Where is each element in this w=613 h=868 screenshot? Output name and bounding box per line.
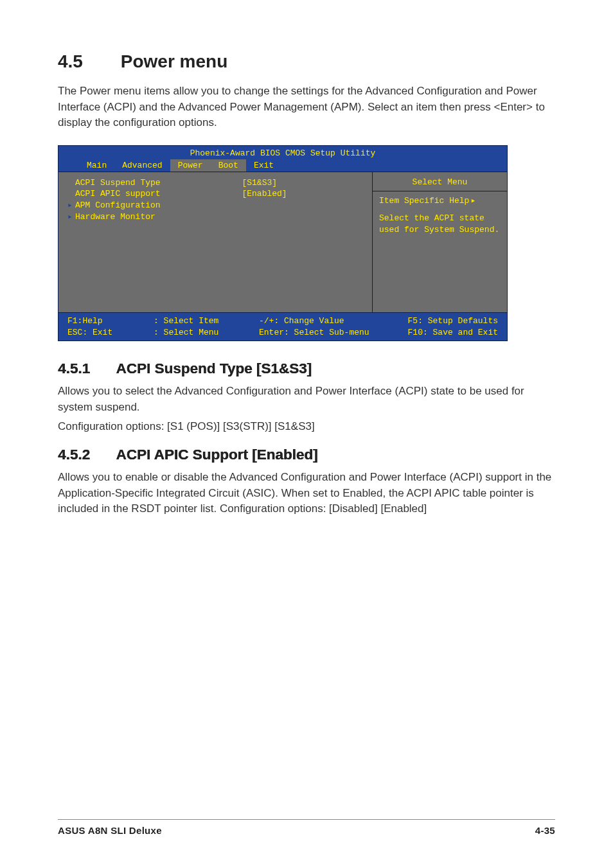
bios-key-select-menu: : Select Menu [154,327,256,339]
bios-body: ACPI Suspend Type ACPI APIC support APM … [58,172,507,312]
bios-left-panel: ACPI Suspend Type ACPI APIC support APM … [58,172,372,312]
page-footer: ASUS A8N SLI Deluxe 4-35 [58,819,555,836]
bios-help-title: Select Menu [379,177,501,187]
subsection-title: ACPI APIC Support [Enabled] [116,447,317,463]
bios-title: Phoenix-Award BIOS CMOS Setup Utility [58,146,507,159]
bios-item-apm-config[interactable]: APM Configuration [67,200,242,211]
subsection-number: 4.5.2 [58,447,112,463]
section-number: 4.5 [58,51,116,72]
bios-key-f1: F1:Help [67,315,151,327]
bios-key-enter: Enter: Select Sub-menu [259,327,394,339]
bios-tab-main[interactable]: Main [79,159,114,172]
footer-product: ASUS A8N SLI Deluxe [58,825,162,836]
bios-item-acpi-suspend[interactable]: ACPI Suspend Type [67,177,242,189]
section-title: Power menu [121,51,227,71]
bios-help-divider [373,191,507,191]
subsection-number: 4.5.1 [58,360,112,377]
bios-footer: F1:Help : Select Item -/+: Change Value … [58,312,507,341]
bios-key-change-value: -/+: Change Value [259,315,394,327]
bios-item-values: [S1&S3] [Enabled] [242,177,368,222]
bios-tab-power[interactable]: Power [170,159,211,172]
bios-value-acpi-suspend[interactable]: [S1&S3] [242,177,368,189]
section-heading: 4.5 Power menu [58,51,555,72]
bios-item-labels: ACPI Suspend Type ACPI APIC support APM … [67,177,242,222]
bios-value-acpi-apic[interactable]: [Enabled] [242,188,368,200]
subsection-heading-452: 4.5.2 ACPI APIC Support [Enabled] [58,447,555,463]
subsection-heading-451: 4.5.1 ACPI Suspend Type [S1&S3] [58,360,555,377]
bios-key-f5: F5: Setup Defaults [396,315,498,327]
footer-page-number: 4-35 [535,825,555,836]
bios-menu-bar: Main Advanced Power Boot Exit [58,159,507,172]
sub1-para2: Configuration options: [S1 (POS)] [S3(ST… [58,419,555,435]
arrow-right-icon [469,196,475,206]
intro-paragraph: The Power menu items allow you to change… [58,84,555,131]
bios-tab-advanced[interactable]: Advanced [114,159,170,172]
subsection-title: ACPI Suspend Type [S1&S3] [116,360,312,376]
bios-help-body: Select the ACPI state used for System Su… [379,213,501,235]
bios-tab-boot[interactable]: Boot [211,159,246,172]
sub1-para1: Allows you to select the Advanced Config… [58,384,555,415]
bios-help-header: Item Specific Help [379,195,501,207]
bios-item-hw-monitor[interactable]: Hardware Monitor [67,211,242,223]
bios-tab-exit[interactable]: Exit [246,159,281,172]
bios-key-select-item: : Select Item [154,315,256,327]
bios-screenshot: Phoenix-Award BIOS CMOS Setup Utility Ma… [58,145,508,341]
bios-key-esc: ESC: Exit [67,327,151,339]
bios-item-acpi-apic[interactable]: ACPI APIC support [67,188,242,200]
bios-help-panel: Select Menu Item Specific Help Select th… [372,172,507,312]
bios-key-f10: F10: Save and Exit [396,327,498,339]
sub2-para: Allows you to enable or disable the Adva… [58,470,555,517]
